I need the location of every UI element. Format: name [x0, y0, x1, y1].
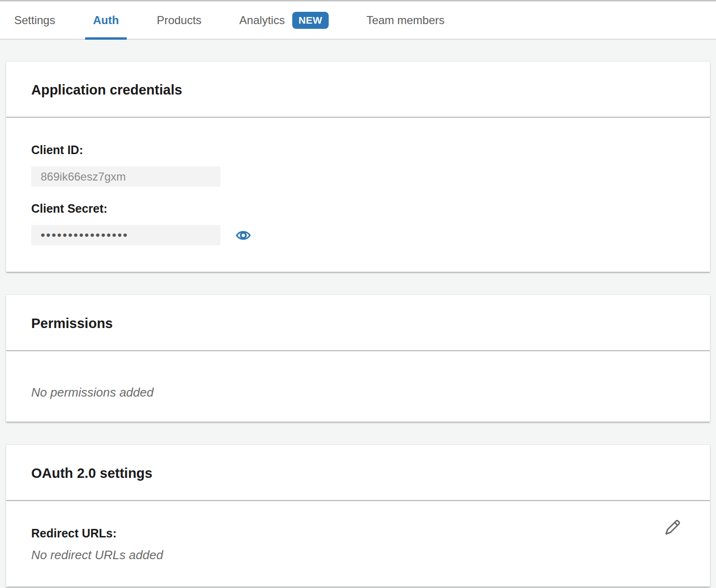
permissions-body: No permissions added	[6, 351, 710, 422]
oauth-settings-body: Redirect URLs: No redirect URLs added	[6, 501, 710, 587]
tab-auth[interactable]: Auth	[93, 1, 119, 39]
permissions-header: Permissions	[6, 295, 710, 350]
client-secret-row: ••••••••••••••••	[31, 225, 685, 245]
application-credentials-card: Application credentials Client ID: 869ik…	[6, 61, 710, 272]
page-content: Application credentials Client ID: 869ik…	[0, 40, 716, 588]
application-credentials-title: Application credentials	[31, 82, 685, 98]
tab-team-members-label: Team members	[367, 14, 445, 27]
redirect-urls-empty-text: No redirect URLs added	[31, 548, 685, 562]
tab-analytics[interactable]: Analytics NEW	[239, 1, 329, 39]
application-credentials-header: Application credentials	[6, 61, 710, 117]
tab-analytics-label: Analytics	[239, 14, 285, 27]
pencil-icon	[663, 517, 682, 538]
tab-products[interactable]: Products	[157, 1, 201, 39]
permissions-card: Permissions No permissions added	[6, 294, 710, 422]
spacer	[31, 187, 685, 202]
tab-auth-label: Auth	[93, 14, 119, 27]
client-id-label: Client ID:	[31, 143, 685, 157]
client-secret-field[interactable]: ••••••••••••••••	[31, 225, 220, 245]
tab-bar: Settings Auth Products Analytics NEW Tea…	[0, 1, 716, 40]
permissions-empty-text: No permissions added	[31, 385, 685, 400]
oauth-settings-header: OAuth 2.0 settings	[6, 445, 710, 500]
eye-icon	[236, 228, 251, 242]
oauth-settings-card: OAuth 2.0 settings Redirect URLs: No red…	[6, 444, 710, 587]
redirect-urls-label: Redirect URLs:	[31, 527, 685, 540]
reveal-secret-button[interactable]	[236, 228, 251, 242]
new-badge: NEW	[292, 12, 329, 29]
application-credentials-body: Client ID: 869ik66esz7gxm Client Secret:…	[6, 118, 710, 272]
client-id-field[interactable]: 869ik66esz7gxm	[31, 166, 220, 187]
tab-settings[interactable]: Settings	[14, 1, 55, 39]
edit-redirect-urls-button[interactable]	[663, 517, 682, 538]
oauth-settings-title: OAuth 2.0 settings	[31, 466, 685, 481]
tab-team-members[interactable]: Team members	[367, 1, 445, 39]
client-secret-label: Client Secret:	[31, 202, 685, 216]
permissions-title: Permissions	[31, 316, 685, 331]
tab-products-label: Products	[157, 14, 201, 27]
tab-settings-label: Settings	[14, 14, 55, 27]
